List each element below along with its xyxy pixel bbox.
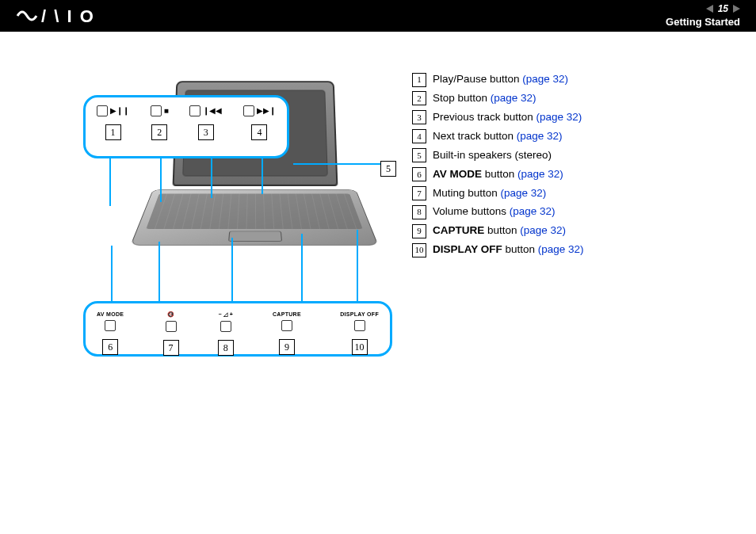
legend-text-3: Previous track button (page 32) xyxy=(433,109,582,126)
legend-link-2[interactable]: (page 32) xyxy=(491,92,536,104)
legend-item-9: 9CAPTURE button (page 32) xyxy=(412,223,732,239)
legend-badge-8: 8 xyxy=(412,205,426,219)
legend-text-6: AV MODE button (page 32) xyxy=(433,166,563,183)
page-info: 15 Getting Started xyxy=(666,3,740,28)
legend-item-3: 3Previous track button (page 32) xyxy=(412,109,732,126)
legend-badge-10: 10 xyxy=(412,243,426,257)
page-next-arrow[interactable] xyxy=(733,5,740,13)
vaio-logo: / \ I O xyxy=(16,6,103,30)
legend-item-2: 2Stop button (page 32) xyxy=(412,90,732,107)
legend-item-4: 4Next track button (page 32) xyxy=(412,128,732,145)
legend-link-6[interactable]: (page 32) xyxy=(517,168,563,180)
legend-list: 1Play/Pause button (page 32)2Stop button… xyxy=(412,71,732,357)
page-header: / \ I O 15 Getting Started xyxy=(0,0,756,32)
svg-text:/ \ I O: / \ I O xyxy=(41,6,95,25)
legend-link-10[interactable]: (page 32) xyxy=(538,243,584,255)
legend-item-7: 7Muting button (page 32) xyxy=(412,185,732,202)
legend-text-9: CAPTURE button (page 32) xyxy=(433,223,566,239)
callout-line-5 xyxy=(293,163,380,165)
callout-badge-7: 7 xyxy=(163,340,179,356)
callout-badge-3: 3 xyxy=(198,124,214,140)
legend-item-1: 1Play/Pause button (page 32) xyxy=(412,71,732,88)
legend-text-1: Play/Pause button (page 32) xyxy=(433,71,568,88)
legend-badge-3: 3 xyxy=(412,110,426,124)
callout-badge-5: 5 xyxy=(380,161,396,177)
function-button-7: 🔇7 xyxy=(163,311,179,356)
next-track-icon xyxy=(243,105,254,116)
legend-item-10: 10DISPLAY OFF button (page 32) xyxy=(412,242,732,258)
hardware-diagram: ▶❙❙1■2❙◀◀3▶▶❙4 5 AV MODE6🔇7− ◿ +8CAPTURE… xyxy=(55,71,388,357)
legend-badge-6: 6 xyxy=(412,167,426,181)
legend-badge-7: 7 xyxy=(412,186,426,200)
legend-badge-1: 1 xyxy=(412,73,426,87)
legend-text-2: Stop button (page 32) xyxy=(433,90,536,107)
legend-text-5: Built-in speakers (stereo) xyxy=(433,147,552,164)
function-button-8: − ◿ +8 xyxy=(218,311,234,356)
legend-text-7: Muting button (page 32) xyxy=(433,185,546,202)
legend-link-8[interactable]: (page 32) xyxy=(510,205,556,217)
vaio-logo-svg: / \ I O xyxy=(16,6,103,25)
legend-link-4[interactable]: (page 32) xyxy=(517,130,563,142)
media-buttons-panel: ▶❙❙1■2❙◀◀3▶▶❙4 xyxy=(83,95,289,158)
legend-text-10: DISPLAY OFF button (page 32) xyxy=(433,242,584,258)
legend-text-8: Volume buttons (page 32) xyxy=(433,204,556,220)
legend-link-1[interactable]: (page 32) xyxy=(522,73,568,85)
prev-track-icon xyxy=(189,105,200,116)
legend-link-9[interactable]: (page 32) xyxy=(520,224,566,236)
callout-badge-10: 10 xyxy=(352,339,368,355)
legend-badge-4: 4 xyxy=(412,129,426,143)
legend-badge-9: 9 xyxy=(412,224,426,238)
function-button-10: DISPLAY OFF10 xyxy=(340,311,379,355)
legend-item-5: 5Built-in speakers (stereo) xyxy=(412,147,732,164)
media-button-1: ▶❙❙1 xyxy=(97,105,129,140)
legend-badge-2: 2 xyxy=(412,91,426,105)
function-button-9: CAPTURE9 xyxy=(273,311,301,355)
media-button-3: ❙◀◀3 xyxy=(189,105,222,140)
callout-badge-4: 4 xyxy=(251,124,267,140)
legend-item-6: 6AV MODE button (page 32) xyxy=(412,166,732,183)
legend-link-3[interactable]: (page 32) xyxy=(536,111,582,123)
stop-icon xyxy=(151,105,162,116)
media-button-4: ▶▶❙4 xyxy=(243,105,276,140)
function-button-6: AV MODE6 xyxy=(97,311,124,355)
section-title: Getting Started xyxy=(666,16,740,28)
callout-badge-2: 2 xyxy=(151,124,167,140)
media-button-2: ■2 xyxy=(151,105,169,140)
page-content: ▶❙❙1■2❙◀◀3▶▶❙4 5 AV MODE6🔇7− ◿ +8CAPTURE… xyxy=(0,32,756,380)
callout-badge-8: 8 xyxy=(218,340,234,356)
page-prev-arrow[interactable] xyxy=(706,5,713,13)
callout-badge-6: 6 xyxy=(102,339,118,355)
legend-text-4: Next track button (page 32) xyxy=(433,128,563,145)
legend-badge-5: 5 xyxy=(412,148,426,162)
page-number: 15 xyxy=(718,3,728,14)
play-pause-icon xyxy=(97,105,108,116)
function-buttons-panel: AV MODE6🔇7− ◿ +8CAPTURE9DISPLAY OFF10 xyxy=(83,301,392,357)
legend-item-8: 8Volume buttons (page 32) xyxy=(412,204,732,220)
callout-badge-1: 1 xyxy=(105,124,121,140)
legend-link-7[interactable]: (page 32) xyxy=(501,187,547,199)
callout-badge-9: 9 xyxy=(279,339,295,355)
